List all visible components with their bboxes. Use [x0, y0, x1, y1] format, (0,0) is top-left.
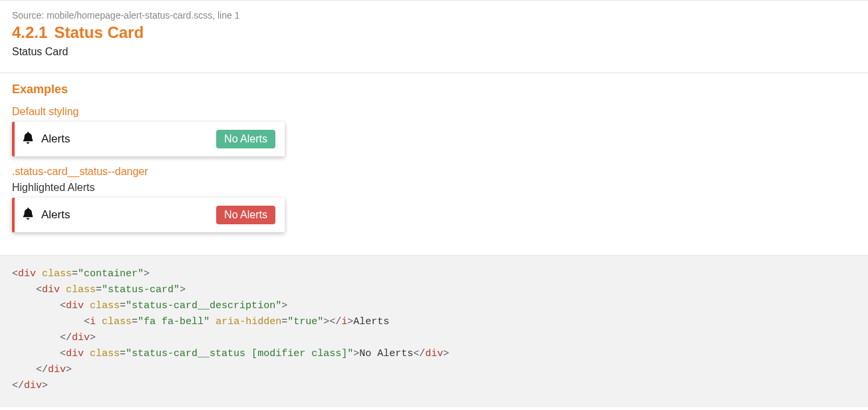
status-card-danger: Alerts No Alerts [12, 198, 285, 232]
section-number: 4.2.1 [12, 23, 47, 41]
markup-code-block: <div class="container"> <div class="stat… [0, 256, 868, 407]
status-badge: No Alerts [216, 130, 275, 148]
bell-icon [23, 132, 33, 147]
section-header: Source: mobile/homepage-alert-status-car… [0, 0, 868, 73]
status-card-default: Alerts No Alerts [12, 122, 285, 156]
example-label-danger-class: .status-card__status--danger [12, 166, 856, 178]
examples-heading: Examples [12, 83, 856, 97]
status-card-desc-text: Alerts [41, 132, 70, 146]
bell-icon [23, 208, 33, 223]
example-sub-danger: Highlighted Alerts [12, 182, 856, 194]
section-title: 4.2.1Status Card [12, 23, 856, 42]
status-card-desc-text: Alerts [41, 208, 70, 222]
section-title-text: Status Card [54, 23, 144, 41]
section-description: Status Card [12, 46, 856, 58]
examples-block: Examples Default styling Alerts No Alert… [0, 73, 868, 256]
source-line: Source: mobile/homepage-alert-status-car… [12, 10, 856, 21]
status-card-description: Alerts [23, 208, 70, 223]
status-card-description: Alerts [23, 132, 70, 147]
status-badge: No Alerts [216, 206, 275, 224]
example-label-default: Default styling [12, 106, 856, 118]
